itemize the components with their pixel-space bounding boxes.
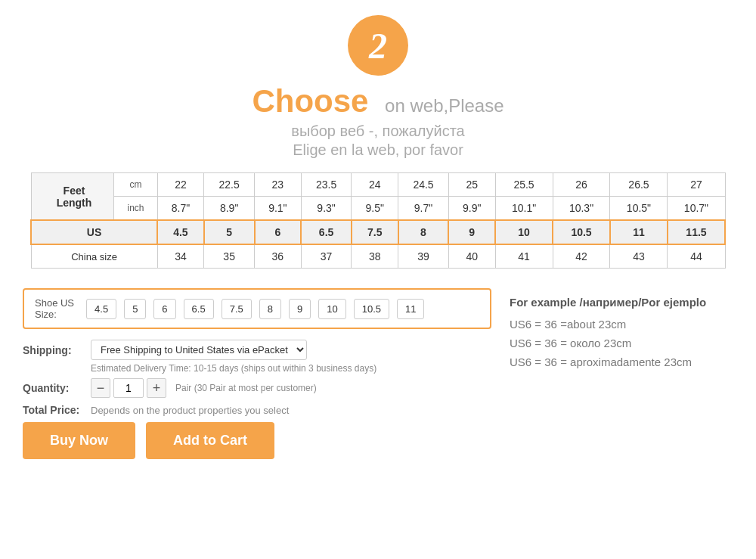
size-btn-5[interactable]: 5 — [124, 299, 146, 319]
inch-11: 10.7" — [668, 197, 725, 221]
cm-24-5: 24.5 — [398, 173, 449, 197]
size-table-wrapper: FeetLength cm 22 22.5 23 23.5 24 24.5 25… — [30, 172, 726, 269]
subtitle-es: Elige en la web, por favor — [293, 141, 463, 159]
subtitle-ru: выбор веб -, пожалуйста — [291, 123, 464, 140]
shipping-row: Shipping: Free Shipping to United States… — [23, 340, 491, 360]
shoe-size-selector: Shoe USSize: 4.5 5 6 6.5 7.5 8 9 10 10.5… — [23, 288, 491, 329]
table-row-inch: inch 8.7" 8.9" 9.1" 9.3" 9.5" 9.7" 9.9" … — [31, 197, 725, 221]
size-btn-9[interactable]: 9 — [289, 299, 311, 319]
china-34: 34 — [157, 244, 204, 269]
inch-6: 9.7" — [398, 197, 449, 221]
shipping-label: Shipping: — [23, 344, 91, 356]
us-7-5: 7.5 — [352, 220, 398, 244]
size-btn-6-5[interactable]: 6.5 — [184, 299, 214, 319]
china-35: 35 — [204, 244, 255, 269]
china-41: 41 — [495, 244, 553, 269]
china-44: 44 — [668, 244, 725, 269]
cm-22: 22 — [157, 173, 204, 197]
inch-10: 10.5" — [610, 197, 668, 221]
buy-now-button[interactable]: Buy Now — [23, 422, 135, 459]
cm-23: 23 — [255, 173, 302, 197]
feet-length-label: FeetLength — [31, 173, 114, 221]
quantity-row: Quantity: − + Pair (30 Pair at most per … — [23, 378, 491, 398]
table-row-us: US 4.5 5 6 6.5 7.5 8 9 10 10.5 11 11.5 — [31, 220, 725, 244]
inch-2: 8.9" — [204, 197, 255, 221]
inch-4: 9.3" — [301, 197, 352, 221]
unit-inch: inch — [114, 197, 157, 221]
add-to-cart-button[interactable]: Add to Cart — [146, 422, 274, 459]
china-43: 43 — [610, 244, 668, 269]
size-btn-6[interactable]: 6 — [153, 299, 175, 319]
qty-input[interactable] — [113, 378, 144, 398]
qty-increase-button[interactable]: + — [147, 378, 166, 398]
size-btn-11[interactable]: 11 — [397, 299, 424, 319]
subtitle-en: on web,Please — [385, 95, 503, 116]
table-row-china: China size 34 35 36 37 38 39 40 41 42 43… — [31, 244, 725, 269]
us-4-5: 4.5 — [157, 220, 204, 244]
us-11: 11 — [610, 220, 668, 244]
cm-26: 26 — [553, 173, 610, 197]
shipping-dropdown[interactable]: Free Shipping to United States via ePack… — [91, 340, 307, 360]
size-btn-10[interactable]: 10 — [318, 299, 345, 319]
unit-cm: cm — [114, 173, 157, 197]
inch-8: 10.1" — [495, 197, 553, 221]
us-10: 10 — [495, 220, 553, 244]
right-panel: For example /например/Por ejemplo US6 = … — [491, 288, 733, 459]
qty-decrease-button[interactable]: − — [91, 378, 110, 398]
china-label: China size — [31, 244, 157, 269]
cm-25-5: 25.5 — [495, 173, 553, 197]
size-btn-7-5[interactable]: 7.5 — [222, 299, 252, 319]
options-section: Shipping: Free Shipping to United States… — [23, 340, 491, 416]
size-btn-10-5[interactable]: 10.5 — [354, 299, 389, 319]
cm-23-5: 23.5 — [301, 173, 352, 197]
cm-22-5: 22.5 — [204, 173, 255, 197]
china-37: 37 — [301, 244, 352, 269]
us-10-5: 10.5 — [553, 220, 610, 244]
cm-27: 27 — [668, 173, 725, 197]
us-11-5: 11.5 — [668, 220, 725, 244]
example-line-2: US6 = 36 = около 23cm — [510, 337, 733, 349]
action-buttons: Buy Now Add to Cart — [23, 422, 491, 459]
shipping-note: Estimated Delivery Time: 10-15 days (shi… — [91, 363, 491, 374]
inch-3: 9.1" — [255, 197, 302, 221]
example-title: For example /например/Por ejemplo — [510, 296, 733, 309]
inch-5: 9.5" — [352, 197, 398, 221]
inch-7: 9.9" — [448, 197, 495, 221]
total-price-value: Depends on the product properties you se… — [91, 405, 289, 416]
china-39: 39 — [398, 244, 449, 269]
step-number: 2 — [369, 25, 387, 67]
cm-25: 25 — [448, 173, 495, 197]
us-6-5: 6.5 — [301, 220, 352, 244]
step-circle: 2 — [348, 15, 408, 76]
size-table: FeetLength cm 22 22.5 23 23.5 24 24.5 25… — [30, 172, 726, 269]
total-price-row: Total Price: Depends on the product prop… — [23, 404, 491, 416]
shipping-select[interactable]: Free Shipping to United States via ePack… — [91, 340, 307, 360]
total-price-label: Total Price: — [23, 404, 91, 416]
choose-title: Choose on web,Please — [252, 83, 503, 120]
us-8: 8 — [398, 220, 449, 244]
header-section: 2 Choose on web,Please выбор веб -, пожа… — [23, 15, 733, 159]
china-36: 36 — [255, 244, 302, 269]
qty-control: − + Pair (30 Pair at most per customer) — [91, 378, 317, 398]
china-38: 38 — [352, 244, 398, 269]
inch-9: 10.3" — [553, 197, 610, 221]
china-42: 42 — [553, 244, 610, 269]
us-label: US — [31, 220, 157, 244]
size-btn-4-5[interactable]: 4.5 — [86, 299, 116, 319]
table-row-cm: FeetLength cm 22 22.5 23 23.5 24 24.5 25… — [31, 173, 725, 197]
choose-label: Choose — [252, 83, 368, 119]
size-btn-8[interactable]: 8 — [259, 299, 281, 319]
bottom-layout: Shoe USSize: 4.5 5 6 6.5 7.5 8 9 10 10.5… — [23, 288, 733, 459]
inch-1: 8.7" — [157, 197, 204, 221]
qty-note: Pair (30 Pair at most per customer) — [175, 383, 317, 393]
shoe-size-label: Shoe USSize: — [35, 297, 74, 320]
us-9: 9 — [448, 220, 495, 244]
left-panel: Shoe USSize: 4.5 5 6 6.5 7.5 8 9 10 10.5… — [23, 288, 491, 459]
us-5: 5 — [204, 220, 255, 244]
quantity-label: Quantity: — [23, 382, 91, 394]
china-40: 40 — [448, 244, 495, 269]
cm-26-5: 26.5 — [610, 173, 668, 197]
example-line-1: US6 = 36 =about 23cm — [510, 318, 733, 331]
cm-24: 24 — [352, 173, 398, 197]
example-line-3: US6 = 36 = aproximadamente 23cm — [510, 356, 733, 368]
